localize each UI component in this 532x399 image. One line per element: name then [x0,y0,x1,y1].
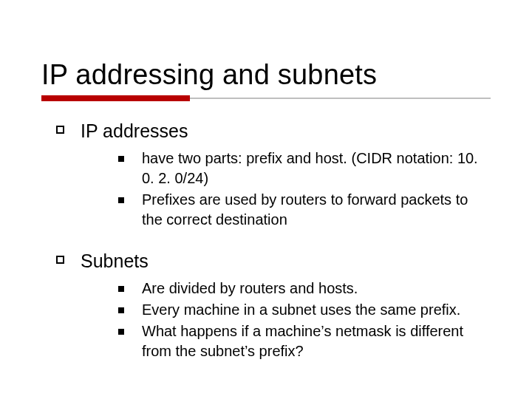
list-item: Every machine in a subnet uses the same … [118,300,491,320]
list-item: What happens if a machine’s netmask is d… [118,321,491,361]
bullet-text: Prefixes are used by routers to forward … [142,190,491,230]
list-item: Subnets [56,249,491,273]
slide: IP addressing and subnets IP addresses h… [0,0,532,399]
rule-gray [190,98,491,99]
section-heading: IP addresses [81,119,188,143]
slide-title: IP addressing and subnets [41,59,491,91]
spacer [41,231,491,245]
title-rule [41,95,491,101]
rule-accent [41,95,190,101]
square-fill-icon [118,329,124,335]
slide-body: IP addresses have two parts: prefix and … [41,119,491,361]
section-heading: Subnets [81,249,149,273]
list-item: have two parts: prefix and host. (CIDR n… [118,149,491,188]
bullet-text: Every machine in a subnet uses the same … [142,300,460,320]
bullet-text: What happens if a machine’s netmask is d… [142,321,491,361]
list-item: IP addresses [56,119,491,143]
square-fill-icon [118,307,124,313]
square-outline-icon [56,126,64,134]
bullet-text: have two parts: prefix and host. (CIDR n… [142,149,491,188]
list-item: Are divided by routers and hosts. [118,279,491,299]
square-fill-icon [118,156,124,162]
square-fill-icon [118,286,124,292]
bullet-text: Are divided by routers and hosts. [142,279,358,299]
square-fill-icon [118,197,124,203]
list-item: Prefixes are used by routers to forward … [118,190,491,230]
square-outline-icon [56,256,64,264]
